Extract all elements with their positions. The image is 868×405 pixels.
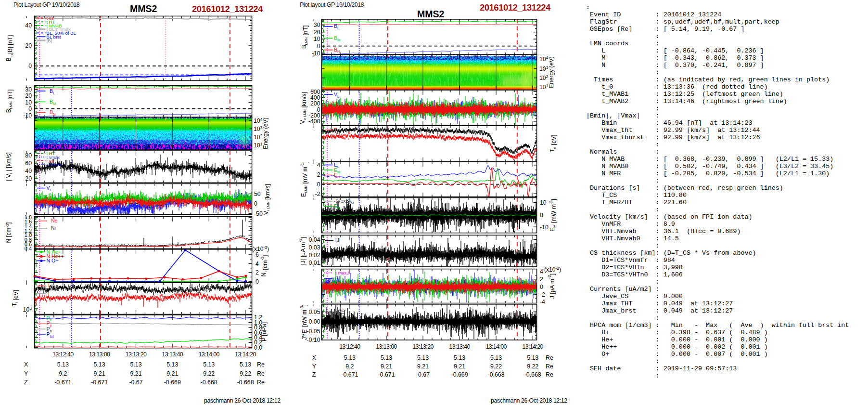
svg-text:50: 50 bbox=[254, 191, 261, 197]
svg-text:paschmann 26-Oct-2018 12:12: paschmann 26-Oct-2018 12:12 bbox=[491, 397, 567, 404]
svg-text:13:14:20: 13:14:20 bbox=[522, 343, 543, 350]
svg-text:13:14:00: 13:14:00 bbox=[485, 343, 507, 350]
svg-text:0.05: 0.05 bbox=[309, 309, 320, 315]
svg-text:-10: -10 bbox=[540, 224, 549, 231]
svg-text:J [µA m-2]: J [µA m-2] bbox=[547, 274, 556, 299]
svg-text:X: X bbox=[24, 361, 28, 368]
svg-text:paschmann 26-Oct-2018 12:12: paschmann 26-Oct-2018 12:12 bbox=[204, 397, 281, 404]
svg-text:103: 103 bbox=[23, 306, 32, 313]
svg-text:102: 102 bbox=[254, 133, 263, 141]
svg-text:13:13:40: 13:13:40 bbox=[449, 343, 470, 350]
svg-text:40: 40 bbox=[25, 168, 32, 174]
svg-text:5.13: 5.13 bbox=[417, 354, 429, 361]
svg-text:13:13:40: 13:13:40 bbox=[162, 351, 183, 358]
svg-text:N [cm-3]: N [cm-3] bbox=[5, 222, 12, 243]
svg-text:0: 0 bbox=[255, 278, 259, 285]
svg-text:60: 60 bbox=[25, 160, 32, 167]
svg-text:104: 104 bbox=[539, 55, 549, 63]
svg-text:101: 101 bbox=[539, 83, 549, 91]
svg-text:-0.668: -0.668 bbox=[488, 371, 505, 378]
svg-text:20161012_131224: 20161012_131224 bbox=[480, 2, 551, 13]
svg-text:Vi LMN [km/s]: Vi LMN [km/s] bbox=[263, 184, 271, 215]
svg-text:VL: VL bbox=[47, 185, 52, 192]
svg-text:Ni: Ni bbox=[51, 225, 56, 231]
svg-text:2: 2 bbox=[255, 269, 259, 276]
svg-text:Y: Y bbox=[24, 370, 28, 377]
svg-text:10: 10 bbox=[25, 99, 32, 106]
svg-text:9.2: 9.2 bbox=[345, 363, 354, 370]
svg-text:13:12:40: 13:12:40 bbox=[339, 343, 360, 350]
svg-text:-0.671: -0.671 bbox=[54, 379, 71, 386]
svg-text:80: 80 bbox=[25, 152, 32, 159]
svg-text:BLMN [nT]: BLMN [nT] bbox=[5, 90, 13, 113]
svg-text:2: 2 bbox=[317, 171, 320, 178]
svg-text:13:14:00: 13:14:00 bbox=[198, 351, 219, 358]
svg-text:Ne: Ne bbox=[51, 218, 58, 223]
svg-text:Re: Re bbox=[257, 361, 265, 368]
svg-text:BM: BM bbox=[334, 35, 340, 42]
svg-text:Te [eV]: Te [eV] bbox=[549, 135, 557, 153]
svg-text:-0.671: -0.671 bbox=[378, 371, 395, 378]
svg-text:5.13: 5.13 bbox=[203, 361, 215, 368]
svg-text:4: 4 bbox=[317, 162, 320, 169]
svg-text:T: T bbox=[334, 127, 337, 133]
svg-text:-0.67: -0.67 bbox=[129, 379, 142, 386]
svg-text:X: X bbox=[312, 354, 316, 361]
svg-text:|J| [µA m-2]: |J| [µA m-2] bbox=[298, 237, 306, 265]
svg-text:5.13: 5.13 bbox=[344, 354, 356, 361]
svg-text:VL: VL bbox=[334, 91, 339, 99]
svg-text:103: 103 bbox=[254, 125, 263, 132]
svg-text:9.21: 9.21 bbox=[454, 363, 465, 370]
svg-text:13:13:20: 13:13:20 bbox=[412, 343, 434, 350]
svg-text:-50: -50 bbox=[254, 210, 263, 217]
svg-text:30: 30 bbox=[314, 22, 320, 28]
svg-text:-0.669: -0.669 bbox=[164, 379, 181, 386]
svg-text:10: 10 bbox=[540, 199, 547, 206]
svg-text:Re: Re bbox=[257, 370, 265, 377]
svg-text:BN: BN bbox=[50, 109, 55, 117]
svg-text:101: 101 bbox=[254, 142, 263, 149]
svg-text:|J|: |J| bbox=[335, 237, 341, 243]
svg-text:Energy (eV): Energy (eV) bbox=[262, 118, 269, 149]
svg-text:(x10-2): (x10-2) bbox=[544, 266, 561, 273]
svg-text:9.21: 9.21 bbox=[417, 363, 429, 370]
svg-text:103: 103 bbox=[539, 65, 549, 72]
svg-text:-0.668: -0.668 bbox=[237, 379, 254, 386]
svg-text:P [nPa]: P [nPa] bbox=[261, 322, 268, 341]
svg-text:Y: Y bbox=[312, 363, 316, 370]
svg-text:5.13: 5.13 bbox=[527, 354, 538, 361]
svg-text:-0.671: -0.671 bbox=[91, 379, 108, 386]
svg-text:0.01: 0.01 bbox=[309, 260, 320, 266]
svg-text:T: T bbox=[47, 291, 51, 297]
svg-text:EM [mW m-2]: EM [mW m-2] bbox=[549, 199, 557, 232]
svg-text:-0.668: -0.668 bbox=[524, 371, 541, 378]
svg-text:-4: -4 bbox=[540, 299, 545, 305]
svg-text:Energy (eV): Energy (eV) bbox=[548, 56, 555, 88]
svg-text:9.22: 9.22 bbox=[490, 363, 502, 370]
svg-text:0.04: 0.04 bbox=[309, 236, 320, 243]
svg-text:BL,|B| [nT]: BL,|B| [nT] bbox=[5, 35, 13, 62]
svg-text:| Vi | [km/s]: | Vi | [km/s] bbox=[5, 152, 13, 181]
svg-text:5.13: 5.13 bbox=[57, 361, 69, 368]
svg-text:-2: -2 bbox=[315, 191, 320, 197]
svg-text:0: 0 bbox=[540, 284, 543, 290]
svg-text:Ti [eV]: Ti [eV] bbox=[11, 290, 19, 306]
svg-text:20161012_131224: 20161012_131224 bbox=[192, 4, 263, 14]
svg-text:40: 40 bbox=[25, 22, 32, 29]
svg-text:9.21: 9.21 bbox=[381, 363, 392, 370]
svg-text:102: 102 bbox=[539, 74, 549, 81]
svg-text:MMS2: MMS2 bbox=[417, 9, 444, 19]
svg-text:|B|: |B| bbox=[47, 38, 52, 43]
svg-text:1.2: 1.2 bbox=[254, 314, 262, 321]
svg-text:N O+: N O+ bbox=[47, 258, 59, 263]
svg-text:4: 4 bbox=[255, 261, 259, 267]
svg-text:Ve LMN [km/s]: Ve LMN [km/s] bbox=[299, 92, 307, 124]
svg-text:0.4: 0.4 bbox=[25, 246, 32, 251]
svg-text:10: 10 bbox=[314, 36, 320, 42]
svg-text:0: 0 bbox=[317, 181, 320, 188]
svg-text:104: 104 bbox=[254, 117, 263, 124]
svg-text:0.02: 0.02 bbox=[309, 252, 320, 259]
svg-text:Re: Re bbox=[257, 379, 265, 386]
svg-text:ELMN [mV m-1]: ELMN [mV m-1] bbox=[300, 161, 308, 197]
svg-text:t maxJ: t maxJ bbox=[335, 270, 349, 275]
